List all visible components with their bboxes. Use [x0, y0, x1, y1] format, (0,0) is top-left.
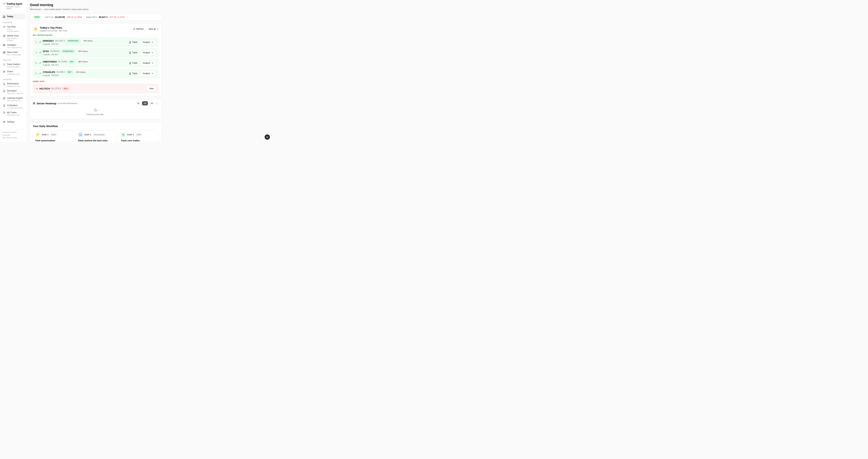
arrow-right-icon [151, 52, 153, 54]
signals-meta: 3 signals · RSI 70.5 [43, 43, 95, 45]
workflow-title: Your Daily Workflow [33, 125, 159, 128]
app-subtitle: NSE/BSE - Indian Market [2, 6, 25, 9]
history-icon [121, 132, 125, 137]
nextjs-dev-badge[interactable]: N [265, 134, 270, 140]
price: Rs.1274.3 [51, 87, 61, 90]
step-number: STEP 3 [127, 134, 134, 136]
refresh-icon [133, 28, 135, 30]
sparkles-icon [3, 26, 5, 28]
workflow-step-3: STEP 3 FREE Track your trades After the … [118, 130, 159, 141]
sector-heatmap-card: Sector Heatmap (3-month performance) 1M … [30, 99, 162, 119]
sidebar-item-strategies[interactable]: StrategiesS/R, Cyclical patterns [1, 42, 26, 50]
view-button[interactable]: View [147, 86, 156, 91]
workflow-step-1: STEP 1 FREE Find opportunities Today's T… [33, 130, 73, 141]
sidebar-item-today[interactable]: Today [1, 14, 26, 20]
ticker: OFSS [43, 50, 49, 53]
step-cost-badge: FREE [135, 133, 142, 136]
ticker: ABBOTINDIA [43, 60, 57, 63]
arrow-right-icon [151, 41, 153, 43]
search-icon [3, 63, 5, 66]
signal-badge: STRONG BUY [66, 39, 80, 42]
sidebar-header: Trading Agent NSE/BSE - Indian Market [0, 0, 27, 12]
track-button[interactable]: Track [128, 50, 139, 55]
chance-badge: 62% chance [74, 70, 87, 73]
price: Rs.8824.5 [50, 50, 60, 53]
ticker: ZYDUSLIFE [43, 71, 55, 73]
trending-up-icon [39, 51, 41, 54]
signal-badge: BUY [66, 71, 73, 73]
sector-heatmap-title: Sector Heatmap [37, 102, 56, 105]
avoid-row: HCLTECH Rs.1274.3 SELL View [33, 84, 159, 93]
home-icon [3, 16, 5, 18]
sidebar-item-deep-analysis[interactable]: Deep AnalysisAI-powered (paid) [1, 62, 26, 69]
sidebar: Trading Agent NSE/BSE - Indian Market To… [0, 0, 27, 141]
footer-data-source: Data: yfinance (NSE) [2, 136, 25, 139]
newspaper-icon [3, 51, 5, 54]
analyze-button[interactable]: Analyze [140, 50, 156, 55]
sidebar-item-top-picks[interactable]: Top PicksAI-free recommendations [1, 24, 26, 33]
analyze-button[interactable]: Analyze [140, 71, 156, 76]
price: Rs.949.2 [57, 71, 65, 73]
history-icon [3, 112, 5, 114]
ticker: DRREDDY [43, 39, 54, 42]
avoid-exit-label: AVOID / EXIT [33, 81, 159, 83]
flask-icon [129, 62, 131, 64]
radar-icon [3, 35, 5, 37]
trending-up-icon [39, 72, 41, 75]
price: Rs.25400 [58, 60, 67, 63]
gear-icon [3, 121, 5, 123]
sidebar-footer: Powered by Claude + LangGraph Data: yfin… [0, 129, 27, 141]
range-button-3m[interactable]: 3M [142, 101, 148, 105]
trending-up-icon [39, 62, 41, 64]
sparkles-icon [33, 26, 38, 32]
loader-icon [156, 102, 159, 104]
range-button-6m[interactable]: 6M [149, 101, 155, 105]
page-subtitle: Mid-session — most stable period. Good f… [30, 8, 162, 10]
step-number: STEP 1 [42, 134, 49, 136]
step-title: Find opportunities [35, 139, 71, 141]
top-picks-title: Today's Top Picks [40, 26, 67, 29]
sidebar-item-settings[interactable]: Settings [1, 119, 26, 124]
index-nifty50: NIFTY 50 24,192.95 -185.15 (-0.76%) [45, 16, 82, 19]
buy-opportunities-label: BUY OPPORTUNITIES [33, 34, 159, 36]
top-picks-updated: Updated 11:51:30 AM · NIFTY100 [40, 30, 67, 32]
layout-grid-icon [33, 102, 35, 104]
index-banknifty: BANK NIFTY 56,547.3 -577.15 (-1.01%) [86, 16, 124, 19]
sector-heatmap-subtitle: (3-month performance) [58, 102, 77, 104]
view-all-link[interactable]: View all [149, 28, 159, 30]
sidebar-item-ai-backtest[interactable]: AI BacktestAI on past dates (paid) [1, 103, 26, 110]
track-button[interactable]: Track [128, 61, 139, 65]
sidebar-item-learning-insights[interactable]: Learning InsightsWhat works for YOU [1, 96, 26, 103]
sidebar-item-simulation[interactable]: SimulationPaper trade + backtest [1, 88, 26, 96]
sidebar-item-my-trades[interactable]: My TradesReal trades & P&L [1, 110, 26, 117]
range-button-1m[interactable]: 1M [135, 101, 141, 105]
step-cost-badge: Rs.15-25 each [93, 133, 106, 136]
sidebar-item-market-scan[interactable]: Market ScanGap / Volume / Breakout [1, 33, 26, 42]
nav-section-analyze: ANALYZE [3, 59, 24, 61]
flask-icon [3, 104, 5, 107]
pick-row: 3. ABBOTINDIA Rs.25400 BUY 68% chance 2 … [33, 59, 159, 67]
sidebar-item-news-feed[interactable]: News FeedRSS + customizable [1, 50, 26, 57]
signal-badge: SELL [62, 87, 70, 90]
pick-row: 2. OFSS Rs.8824.5 STRONG BUY 80% chance … [33, 48, 159, 57]
loader-icon [94, 108, 97, 112]
award-icon [3, 83, 5, 85]
sparkles-icon [35, 132, 40, 137]
step-cost-badge: FREE [50, 133, 57, 136]
arrow-right-icon [157, 28, 159, 30]
track-button[interactable]: Track [128, 40, 139, 44]
signal-badge: STRONG BUY [61, 50, 75, 53]
signals-meta: 2 signals · RSI 23.2 [43, 64, 90, 66]
price: Rs.1297.3 [55, 39, 65, 42]
track-button[interactable]: Track [128, 71, 139, 76]
analyze-button[interactable]: Analyze [140, 39, 156, 45]
workflow-step-2: STEP 2 Rs.15-25 each Deep analyze the be… [75, 130, 116, 141]
refresh-button[interactable]: Refresh [131, 26, 146, 32]
loading-text: Fetching sector data... [86, 113, 105, 116]
sidebar-item-charts[interactable]: ChartsCandlestick charts [1, 69, 26, 76]
flask-icon [129, 41, 131, 43]
analyze-button[interactable]: Analyze [140, 60, 156, 66]
sidebar-item-performance[interactable]: PerformanceStrategy win rates [1, 81, 26, 89]
search-icon [78, 132, 83, 137]
nav-section-validate: VALIDATE [3, 79, 24, 81]
